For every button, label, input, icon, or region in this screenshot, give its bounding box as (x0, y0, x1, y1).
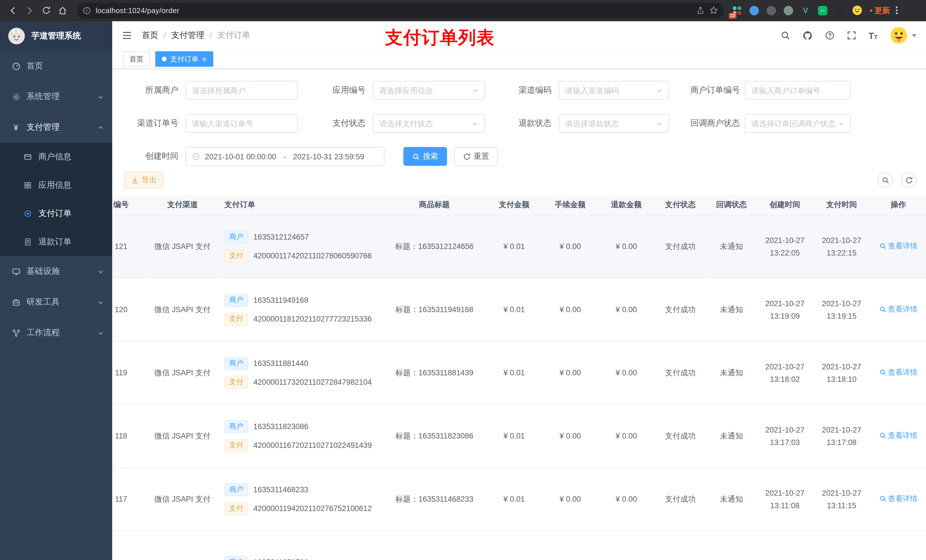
github-icon[interactable] (802, 30, 813, 41)
site-info-icon[interactable] (83, 6, 91, 15)
column-header: 支付订单 (217, 195, 383, 214)
search-icon (412, 152, 420, 160)
browser-update-button[interactable]: 更新 (870, 5, 890, 16)
extension-icon-chat[interactable] (817, 5, 828, 16)
cell-pay-time: 2021-10-27 13:17:08 (813, 405, 870, 468)
merchant-order-no-input-wrap[interactable] (744, 81, 851, 100)
callback-status-select[interactable] (744, 114, 851, 133)
target-icon (23, 210, 32, 218)
cell-id: 121 (112, 215, 147, 278)
tab-home[interactable]: 首页 (123, 51, 150, 66)
sidebar-item-app-info[interactable]: 应用信息 (0, 171, 112, 199)
toggle-search-icon[interactable] (878, 172, 893, 188)
search-icon[interactable] (781, 31, 790, 40)
merchant-order-no-input[interactable] (751, 86, 844, 95)
tab-pay-order[interactable]: 支付订单 × (155, 51, 213, 66)
app-no-select[interactable] (373, 81, 485, 100)
sidebar-item-pay-order[interactable]: 支付订单 (0, 199, 112, 228)
search-button[interactable]: 搜索 (404, 147, 447, 166)
date-start[interactable]: 2021-10-01 00:00:00 (205, 152, 276, 161)
gear-icon (11, 92, 21, 101)
export-button[interactable]: 导出 (124, 172, 164, 189)
cell-refund: ¥ 0.00 (598, 278, 654, 341)
font-size-icon[interactable]: TT (869, 30, 878, 41)
cell-create-time: 2021-10-27 13:18:02 (757, 341, 813, 405)
sidebar-item-home[interactable]: 首页 (0, 51, 112, 82)
cell-create-time: 2021-10-27 13:22:05 (757, 215, 813, 278)
reset-button[interactable]: 重置 (454, 147, 498, 166)
sidebar-item-payment[interactable]: ¥ 支付管理 (0, 112, 112, 143)
chevron-down-icon (838, 120, 844, 127)
table-row[interactable]: 118 微信 JSAPI 支付 商户 1635311823086 支付 4200… (112, 405, 926, 468)
channel-order-no-input[interactable] (192, 119, 291, 128)
table-body-partial: 商户 1635311351796 (112, 531, 926, 560)
channel-order-no-input-wrap[interactable] (185, 114, 298, 133)
cell-status: 支付成功 (654, 468, 707, 531)
app-logo (8, 27, 25, 45)
breadcrumb-home[interactable]: 首页 (142, 30, 158, 41)
merchant-select[interactable] (185, 81, 298, 100)
date-range-picker[interactable]: 2021-10-01 00:00:00 - 2021-10-31 23:59:5… (185, 147, 384, 166)
help-icon[interactable] (825, 31, 834, 40)
sidebar-item-system[interactable]: 系统管理 (0, 82, 112, 112)
browser-forward-icon[interactable] (21, 2, 38, 18)
browser-menu-icon[interactable] (896, 6, 897, 14)
field-label: 创建时间 (124, 151, 186, 162)
view-detail-link[interactable]: 查看详情 (879, 494, 917, 504)
fullscreen-icon[interactable] (847, 31, 856, 40)
refresh-table-icon[interactable] (901, 172, 917, 188)
sidebar-item-merchant-info[interactable]: 商户信息 (0, 143, 112, 171)
breadcrumb-payment[interactable]: 支付管理 (171, 30, 204, 41)
breadcrumb: 首页 / 支付管理 / 支付订单 (142, 30, 250, 41)
extension-icon-vue[interactable]: V (800, 5, 811, 16)
extension-icon-dark[interactable] (834, 5, 846, 16)
cell-notify: 未通知 (707, 215, 757, 278)
merchant-input[interactable] (192, 86, 291, 95)
sidebar-item-workflow[interactable]: 工作流程 (0, 318, 112, 348)
annotation-title: 支付订单列表 (385, 26, 495, 50)
cell-channel: 微信 JSAPI 支付 (148, 278, 218, 341)
close-tab-icon[interactable]: × (202, 55, 206, 63)
extension-icon-3[interactable] (766, 5, 777, 16)
filter-refund-status: 退款状态 (504, 114, 669, 133)
channel-code-select[interactable] (559, 81, 669, 100)
extension-icon-emoji[interactable] (851, 5, 863, 16)
bookmark-star-icon[interactable] (709, 6, 718, 15)
extension-badge: 10 (729, 13, 736, 19)
extension-icon-4[interactable] (782, 5, 794, 16)
cell-amount: ¥ 0.01 (486, 405, 542, 468)
browser-back-icon[interactable] (5, 2, 21, 18)
table-row[interactable]: 121 微信 JSAPI 支付 商户 1635312124657 支付 4200… (112, 215, 926, 278)
table-row[interactable]: 117 微信 JSAPI 支付 商户 1635311468233 支付 4200… (112, 468, 926, 531)
table-row[interactable]: 119 微信 JSAPI 支付 商户 1635311881440 支付 4200… (112, 341, 926, 405)
browser-home-icon[interactable] (54, 2, 71, 18)
sidebar-item-infrastructure[interactable]: 基础设施 (0, 256, 112, 287)
extension-icon-2[interactable] (748, 5, 760, 16)
view-detail-link[interactable]: 查看详情 (879, 241, 917, 251)
view-detail-link[interactable]: 查看详情 (879, 368, 917, 377)
pay-status-select[interactable] (373, 114, 485, 133)
address-bar[interactable]: localhost:1024/pay/order (77, 3, 724, 18)
view-detail-link[interactable]: 查看详情 (879, 431, 917, 441)
date-end[interactable]: 2021-10-31 23:59:59 (293, 152, 364, 161)
sidebar-item-refund-order[interactable]: 退款订单 (0, 228, 112, 257)
browser-refresh-icon[interactable] (38, 2, 54, 18)
refund-status-select[interactable] (559, 114, 669, 133)
share-icon[interactable] (696, 6, 705, 15)
payment-submenu: 商户信息 应用信息 支付订单 退款订单 (0, 143, 112, 256)
sidebar: 芋道管理系统 首页 系统管理 ¥ 支付管理 (0, 21, 112, 560)
chevron-down-icon (97, 268, 104, 275)
hamburger-icon[interactable] (122, 30, 132, 41)
download-icon (131, 176, 139, 184)
app-title: 芋道管理系统 (31, 31, 81, 41)
sidebar-item-dev-tools[interactable]: 研发工具 (0, 287, 112, 318)
url-text[interactable]: localhost:1024/pay/order (96, 6, 691, 15)
merchant-badge: 商户 (224, 483, 248, 496)
orders-table-wrap: 编号支付渠道支付订单商品标题支付金额手续金额退款金额支付状态回调状态创建时间支付… (112, 195, 926, 560)
user-menu[interactable] (890, 26, 917, 44)
view-detail-link[interactable]: 查看详情 (879, 305, 917, 314)
app-logo-row[interactable]: 芋道管理系统 (0, 21, 112, 51)
table-row[interactable]: 120 微信 JSAPI 支付 商户 1635311949168 支付 4200… (112, 278, 926, 341)
extension-icon-1[interactable]: 10 (731, 5, 743, 16)
table-row-partial[interactable]: 商户 1635311351796 (112, 531, 926, 560)
